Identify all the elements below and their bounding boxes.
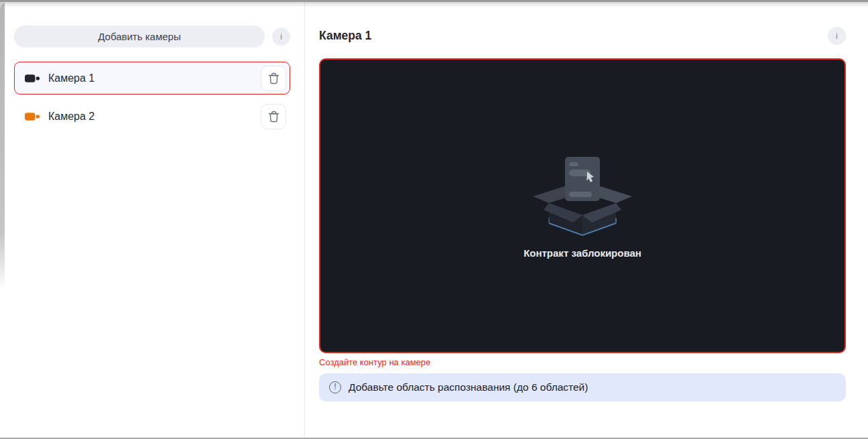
camera-list-item[interactable]: Камера 1 (14, 62, 290, 95)
add-cameras-button[interactable]: Добавить камеры (14, 25, 265, 48)
camera-info-icon[interactable]: i (828, 27, 846, 45)
camera-title: Камера 1 (319, 29, 371, 43)
camera-settings-panel: Добавить камеры i Камера 1 (0, 2, 868, 438)
trash-icon (268, 111, 280, 123)
camera-sidebar: Добавить камеры i Камера 1 (0, 2, 305, 438)
camera-preview-area[interactable]: Контракт заблокирован (319, 58, 846, 353)
video-camera-icon (25, 111, 40, 122)
contour-error-text: Создайте контур на камере (319, 357, 846, 367)
trash-icon (268, 72, 280, 84)
window-top-border (0, 0, 868, 2)
video-camera-icon (25, 73, 40, 84)
camera-list: Камера 1 (14, 62, 290, 133)
camera-detail-panel: Камера 1 i (305, 2, 868, 438)
alert-circle-icon: ! (329, 381, 341, 393)
sidebar-info-icon[interactable]: i (272, 27, 290, 46)
preview-status-text: Контракт заблокирован (523, 247, 641, 259)
camera-item-label: Камера 1 (48, 72, 261, 84)
camera-item-label: Камера 2 (48, 111, 261, 123)
recognition-area-notice: ! Добавьте область распознавания (до 6 о… (319, 373, 846, 401)
delete-camera-button[interactable] (261, 66, 286, 91)
notice-text: Добавьте область распознавания (до 6 обл… (349, 381, 588, 393)
delete-camera-button[interactable] (261, 104, 286, 129)
blocked-contract-illustration (532, 153, 633, 241)
sidebar-toolbar: Добавить камеры i (14, 25, 290, 48)
camera-detail-header: Камера 1 i (319, 27, 846, 45)
camera-list-item[interactable]: Камера 2 (14, 100, 290, 133)
